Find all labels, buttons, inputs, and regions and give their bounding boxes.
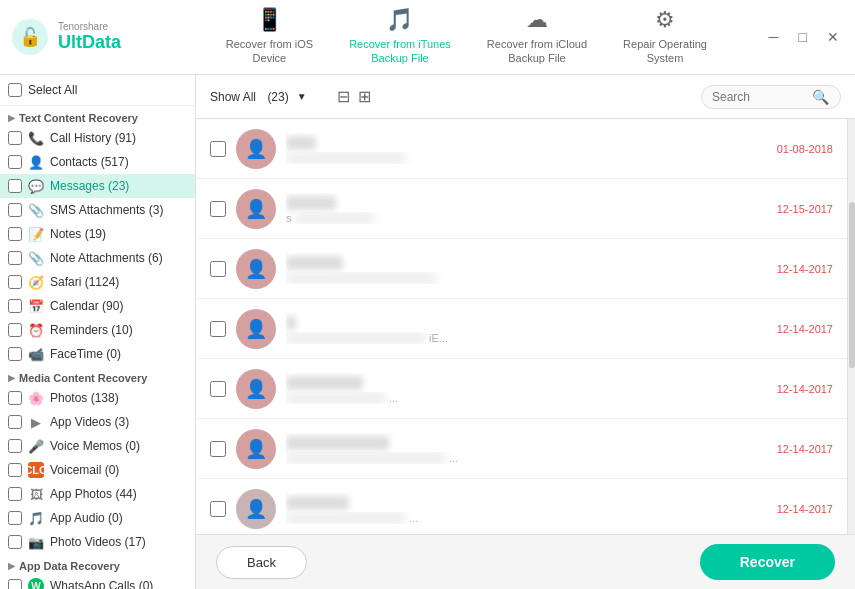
sidebar-item-whatsapp-calls[interactable]: W WhatsApp Calls (0) bbox=[0, 574, 195, 589]
sidebar-item-voice-memos[interactable]: 🎤 Voice Memos (0) bbox=[0, 434, 195, 458]
app-audio-icon: 🎵 bbox=[28, 510, 44, 526]
message-row-7[interactable]: 👤 ...30309251 blurred ... 12-14-2017 bbox=[196, 479, 847, 534]
message-row-5[interactable]: 👤 ...6316985576 blurred ... 12-14-2017 bbox=[196, 359, 847, 419]
photos-icon: 🌸 bbox=[28, 390, 44, 406]
sidebar-item-app-audio[interactable]: 🎵 App Audio (0) bbox=[0, 506, 195, 530]
msg-5-checkbox[interactable] bbox=[210, 381, 226, 397]
search-input[interactable] bbox=[712, 90, 812, 104]
logo-icon: 🔓 bbox=[10, 17, 50, 57]
sidebar-item-notes[interactable]: 📝 Notes (19) bbox=[0, 222, 195, 246]
sidebar-item-photo-videos[interactable]: 📷 Photo Videos (17) bbox=[0, 530, 195, 554]
sidebar-item-sms-attachments[interactable]: 📎 SMS Attachments (3) bbox=[0, 198, 195, 222]
app-photos-checkbox[interactable] bbox=[8, 487, 22, 501]
app-videos-checkbox[interactable] bbox=[8, 415, 22, 429]
tab-recover-itunes[interactable]: 🎵 Recover from iTunesBackup File bbox=[331, 0, 469, 77]
safari-label: Safari (1124) bbox=[50, 275, 119, 289]
sidebar-item-app-videos[interactable]: ▶ App Videos (3) bbox=[0, 410, 195, 434]
contacts-checkbox[interactable] bbox=[8, 155, 22, 169]
sidebar-item-voicemail[interactable]: CLO Voicemail (0) bbox=[0, 458, 195, 482]
expand-app-icon: ▶ bbox=[8, 561, 15, 571]
show-all-button[interactable]: Show All (23) ▼ bbox=[210, 90, 307, 104]
sidebar-item-safari[interactable]: 🧭 Safari (1124) bbox=[0, 270, 195, 294]
photo-videos-icon: 📷 bbox=[28, 534, 44, 550]
msg-2-preview: s blurred bbox=[286, 212, 506, 224]
whatsapp-calls-checkbox[interactable] bbox=[8, 579, 22, 589]
msg-4-date: 12-14-2017 bbox=[777, 323, 833, 335]
msg-4-checkbox[interactable] bbox=[210, 321, 226, 337]
msg-6-checkbox[interactable] bbox=[210, 441, 226, 457]
minimize-button[interactable]: ─ bbox=[763, 27, 785, 47]
tab-recover-ios[interactable]: 📱 Recover from iOSDevice bbox=[208, 0, 331, 77]
msg-1-avatar: 👤 bbox=[236, 129, 276, 169]
message-row-4[interactable]: 👤 ... blurred text iE... 12-14-2017 bbox=[196, 299, 847, 359]
grid-view-button[interactable]: ⊞ bbox=[358, 87, 371, 106]
tab-repair-os[interactable]: ⚙ Repair OperatingSystem bbox=[605, 0, 725, 77]
message-row-1[interactable]: 👤 ...497 blurred preview text 01-08-2018 bbox=[196, 119, 847, 179]
calendar-checkbox[interactable] bbox=[8, 299, 22, 313]
message-row-3[interactable]: 👤 ...1400555 blurred preview text 12-14-… bbox=[196, 239, 847, 299]
whatsapp-calls-icon: W bbox=[28, 578, 44, 589]
sidebar-item-app-photos[interactable]: 🖼 App Photos (44) bbox=[0, 482, 195, 506]
sidebar-item-contacts[interactable]: 👤 Contacts (517) bbox=[0, 150, 195, 174]
sidebar-item-messages[interactable]: 💬 Messages (23) bbox=[0, 174, 195, 198]
select-all-item[interactable]: Select All bbox=[0, 75, 195, 106]
sidebar-item-calendar[interactable]: 📅 Calendar (90) bbox=[0, 294, 195, 318]
select-all-checkbox[interactable] bbox=[8, 83, 22, 97]
msg-2-body: ...985500 s blurred bbox=[286, 193, 777, 224]
msg-7-checkbox[interactable] bbox=[210, 501, 226, 517]
msg-1-body: ...497 blurred preview text bbox=[286, 133, 777, 164]
app-photos-label: App Photos (44) bbox=[50, 487, 137, 501]
maximize-button[interactable]: □ bbox=[793, 27, 813, 47]
notes-checkbox[interactable] bbox=[8, 227, 22, 241]
search-icon: 🔍 bbox=[812, 89, 829, 105]
close-button[interactable]: ✕ bbox=[821, 27, 845, 47]
app-audio-checkbox[interactable] bbox=[8, 511, 22, 525]
message-row-6[interactable]: 👤 ...47017003600029 blurred text ... 12-… bbox=[196, 419, 847, 479]
msg-3-checkbox[interactable] bbox=[210, 261, 226, 277]
msg-6-date: 12-14-2017 bbox=[777, 443, 833, 455]
sidebar-item-call-history[interactable]: 📞 Call History (91) bbox=[0, 126, 195, 150]
messages-checkbox[interactable] bbox=[8, 179, 22, 193]
voicemail-label: Voicemail (0) bbox=[50, 463, 119, 477]
msg-1-preview: blurred preview text bbox=[286, 152, 506, 164]
back-button[interactable]: Back bbox=[216, 546, 307, 579]
main-area: Select All ▶ Text Content Recovery 📞 Cal… bbox=[0, 75, 855, 589]
sms-attachments-checkbox[interactable] bbox=[8, 203, 22, 217]
note-attachments-label: Note Attachments (6) bbox=[50, 251, 163, 265]
msg-3-preview: blurred preview text bbox=[286, 272, 506, 284]
scroll-thumb[interactable] bbox=[849, 202, 855, 368]
msg-1-checkbox[interactable] bbox=[210, 141, 226, 157]
tab-recover-icloud[interactable]: ☁ Recover from iCloudBackup File bbox=[469, 0, 605, 77]
msg-2-checkbox[interactable] bbox=[210, 201, 226, 217]
facetime-label: FaceTime (0) bbox=[50, 347, 121, 361]
sidebar-item-reminders[interactable]: ⏰ Reminders (10) bbox=[0, 318, 195, 342]
recover-button[interactable]: Recover bbox=[700, 544, 835, 580]
sidebar-item-facetime[interactable]: 📹 FaceTime (0) bbox=[0, 342, 195, 366]
msg-3-body: ...1400555 blurred preview text bbox=[286, 253, 777, 284]
contacts-label: Contacts (517) bbox=[50, 155, 129, 169]
reminders-checkbox[interactable] bbox=[8, 323, 22, 337]
safari-checkbox[interactable] bbox=[8, 275, 22, 289]
select-all-label: Select All bbox=[28, 83, 77, 97]
photos-checkbox[interactable] bbox=[8, 391, 22, 405]
msg-1-name: ...497 bbox=[286, 136, 316, 150]
voice-memos-checkbox[interactable] bbox=[8, 439, 22, 453]
call-history-checkbox[interactable] bbox=[8, 131, 22, 145]
voice-memos-icon: 🎤 bbox=[28, 438, 44, 454]
msg-2-name: ...985500 bbox=[286, 196, 336, 210]
voicemail-checkbox[interactable] bbox=[8, 463, 22, 477]
section-media-content: ▶ Media Content Recovery bbox=[0, 366, 195, 386]
facetime-checkbox[interactable] bbox=[8, 347, 22, 361]
sidebar-item-note-attachments[interactable]: 📎 Note Attachments (6) bbox=[0, 246, 195, 270]
logo-product: UltData bbox=[58, 32, 121, 53]
notes-label: Notes (19) bbox=[50, 227, 106, 241]
list-view-button[interactable]: ⊟ bbox=[337, 87, 350, 106]
note-attachments-checkbox[interactable] bbox=[8, 251, 22, 265]
msg-6-preview: blurred text ... bbox=[286, 452, 506, 464]
msg-3-avatar: 👤 bbox=[236, 249, 276, 289]
show-all-label: Show All bbox=[210, 90, 256, 104]
icloud-icon: ☁ bbox=[526, 7, 548, 33]
sidebar-item-photos[interactable]: 🌸 Photos (138) bbox=[0, 386, 195, 410]
photo-videos-checkbox[interactable] bbox=[8, 535, 22, 549]
message-row-2[interactable]: 👤 ...985500 s blurred 12-15-2017 bbox=[196, 179, 847, 239]
